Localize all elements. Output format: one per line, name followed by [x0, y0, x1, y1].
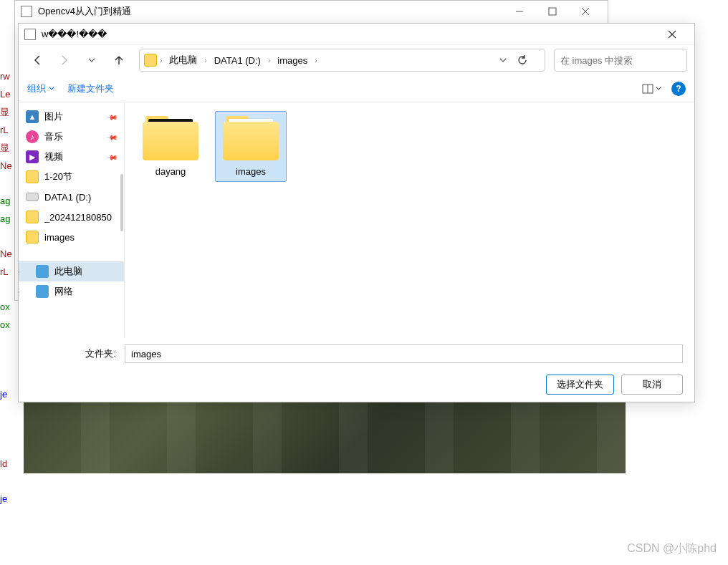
pin-icon: 📌 — [107, 151, 118, 163]
sidebar-item-label: images — [44, 232, 75, 243]
folder-label: images — [236, 166, 266, 177]
folder-picker-dialog: w���!��� › 此电脑 › DATA1 (D:) › images › — [18, 23, 695, 402]
sidebar-item-label: _202412180850 — [44, 212, 112, 223]
scrollbar-thumb[interactable] — [120, 174, 123, 231]
sidebar-item-label: 图片 — [44, 110, 63, 123]
breadcrumb-folder[interactable]: images — [273, 52, 312, 69]
pictures-icon: ▲ — [26, 110, 39, 123]
dialog-close-button[interactable] — [656, 24, 689, 45]
chevron-right-icon: › — [160, 57, 162, 64]
background-code: rw Le 显 rL 显 Ne ag ag Ne rL ox ox je ld … — [0, 50, 12, 565]
new-folder-button[interactable]: 新建文件夹 — [67, 82, 114, 95]
chevron-right-icon: › — [204, 57, 206, 64]
folder-content-area[interactable]: dayang images — [125, 102, 694, 337]
cancel-button[interactable]: 取消 — [621, 375, 683, 395]
sidebar-item-folder[interactable]: _202412180850 — [19, 207, 124, 227]
folder-icon — [223, 116, 279, 160]
refresh-button[interactable] — [517, 55, 540, 65]
sidebar-item-music[interactable]: ♪音乐📌 — [19, 127, 124, 147]
app-icon — [21, 6, 32, 17]
breadcrumb-drive[interactable]: DATA1 (D:) — [210, 52, 265, 69]
nav-recent-button[interactable] — [80, 50, 103, 70]
watermark: CSDN @小陈phd — [627, 541, 717, 556]
network-icon — [36, 285, 49, 298]
pin-icon: 📌 — [107, 111, 118, 122]
chevron-right-icon: › — [268, 57, 270, 64]
sidebar-item-pictures[interactable]: ▲图片📌 — [19, 107, 124, 127]
folder-icon — [26, 211, 39, 223]
sidebar: ▲图片📌 ♪音乐📌 ▶视频📌 1-20节 DATA1 (D:) _2024121… — [19, 102, 125, 337]
chevron-right-icon: › — [315, 57, 317, 64]
drive-icon — [26, 193, 39, 201]
pc-icon — [36, 265, 49, 278]
folder-icon — [144, 54, 157, 67]
sidebar-item-network[interactable]: ›网络 — [19, 281, 124, 301]
address-dropdown-button[interactable] — [492, 50, 514, 70]
organize-menu[interactable]: 组织 — [27, 82, 54, 95]
view-options-button[interactable] — [642, 84, 661, 94]
folder-icon — [26, 231, 39, 243]
sidebar-item-label: 此电脑 — [54, 265, 82, 278]
folder-name-input[interactable] — [125, 344, 683, 363]
breadcrumb-root[interactable]: 此电脑 — [165, 51, 201, 69]
folder-tile-images[interactable]: images — [215, 111, 287, 182]
video-icon: ▶ — [26, 150, 39, 163]
close-button[interactable] — [569, 1, 602, 22]
dialog-title: w���!��� — [42, 29, 107, 39]
chevron-right-icon: › — [19, 288, 19, 296]
folder-tile-dayang[interactable]: dayang — [135, 111, 206, 182]
parent-window-title: Opencv4从入门到精通 — [38, 5, 131, 18]
address-bar[interactable]: › 此电脑 › DATA1 (D:) › images › — [139, 49, 545, 72]
maximize-button[interactable] — [536, 1, 569, 22]
pin-icon: 📌 — [107, 131, 118, 143]
sidebar-item-label: DATA1 (D:) — [44, 192, 91, 203]
folder-icon — [26, 170, 39, 183]
music-icon: ♪ — [26, 130, 39, 143]
nav-forward-button[interactable] — [53, 50, 76, 70]
chevron-down-icon — [49, 86, 54, 92]
sidebar-item-label: 视频 — [44, 150, 63, 163]
help-button[interactable]: ? — [671, 82, 686, 96]
sidebar-item-folder[interactable]: images — [19, 227, 124, 247]
nav-back-button[interactable] — [26, 50, 49, 70]
nav-up-button[interactable] — [107, 50, 130, 70]
sidebar-item-folder[interactable]: 1-20节 — [19, 167, 124, 187]
sidebar-item-video[interactable]: ▶视频📌 — [19, 147, 124, 167]
folder-field-label: 文件夹: — [30, 347, 116, 360]
sidebar-item-label: 音乐 — [44, 130, 63, 143]
chevron-right-icon: › — [19, 268, 19, 276]
search-input[interactable] — [560, 55, 681, 66]
svg-rect-1 — [549, 8, 556, 15]
sidebar-item-this-pc[interactable]: ›此电脑 — [19, 261, 124, 281]
sidebar-item-label: 网络 — [54, 285, 73, 298]
select-folder-button[interactable]: 选择文件夹 — [546, 375, 614, 395]
minimize-button[interactable] — [503, 1, 536, 22]
sidebar-item-label: 1-20节 — [44, 170, 72, 183]
folder-icon — [143, 116, 198, 160]
folder-label: dayang — [155, 166, 186, 177]
sidebar-item-drive[interactable]: DATA1 (D:) — [19, 187, 124, 207]
search-box[interactable] — [554, 49, 687, 72]
chevron-down-icon — [656, 86, 661, 92]
dialog-icon — [24, 29, 36, 40]
